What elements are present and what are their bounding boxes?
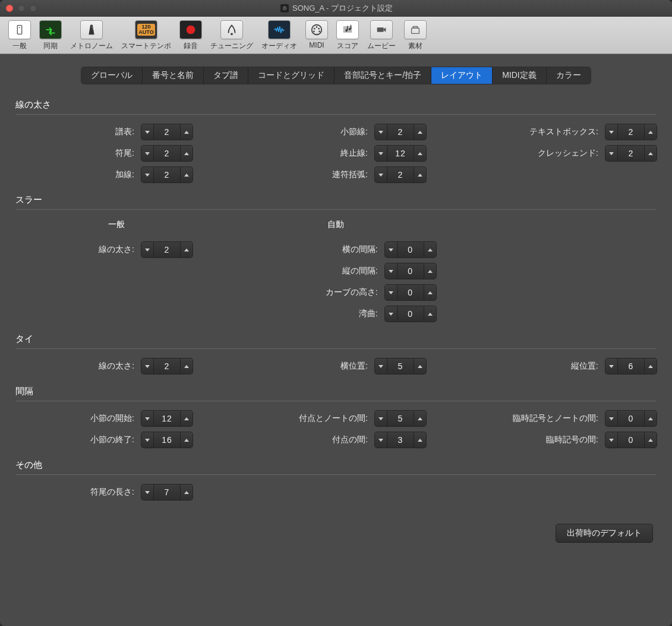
chevron-down-icon[interactable] (375, 146, 387, 161)
chevron-up-icon[interactable] (645, 124, 657, 140)
chevron-down-icon[interactable] (605, 146, 617, 161)
toolbar-smart-tempo[interactable]: 120AUTO スマートテンポ (118, 20, 175, 51)
tab-global[interactable]: グローバル (81, 67, 143, 84)
slur-curve-value[interactable]: 0 (397, 285, 424, 300)
chevron-down-icon[interactable] (605, 124, 617, 140)
toolbar-movie[interactable]: ムービー (364, 20, 399, 51)
tab-color[interactable]: カラー (547, 67, 591, 84)
tab-layout[interactable]: レイアウト (431, 67, 493, 84)
chevron-up-icon[interactable] (414, 124, 426, 140)
toolbar-sync[interactable]: 同期 (36, 20, 65, 51)
tab-clefs[interactable]: 音部記号とキー/拍子 (335, 67, 431, 84)
barline-stepper[interactable]: 2 (375, 124, 426, 140)
chevron-up-icon[interactable] (181, 358, 193, 374)
slur-bend-stepper[interactable]: 0 (385, 306, 436, 322)
chevron-down-icon[interactable] (141, 485, 153, 500)
finalbar-value[interactable]: 12 (387, 146, 414, 161)
accnote-stepper[interactable]: 0 (605, 411, 657, 426)
dotspace-value[interactable]: 3 (387, 432, 414, 448)
slur-thickness-value[interactable]: 2 (153, 242, 181, 257)
stemlength-value[interactable]: 7 (153, 485, 181, 500)
barstart-stepper[interactable]: 12 (141, 411, 193, 426)
slur-hspace-value[interactable]: 0 (397, 242, 424, 257)
tab-numbers-names[interactable]: 番号と名前 (143, 67, 204, 84)
chevron-down-icon[interactable] (385, 285, 397, 300)
toolbar-metronome[interactable]: メトロノーム (67, 20, 116, 51)
chevron-up-icon[interactable] (181, 485, 193, 500)
chevron-down-icon[interactable] (375, 358, 387, 374)
barend-value[interactable]: 16 (153, 432, 181, 448)
toolbar-record[interactable]: 録音 (176, 20, 206, 51)
stemlength-stepper[interactable]: 7 (141, 485, 193, 500)
chevron-up-icon[interactable] (424, 263, 436, 279)
chevron-down-icon[interactable] (385, 263, 397, 279)
toolbar-score[interactable]: スコア (333, 20, 362, 51)
chevron-down-icon[interactable] (385, 306, 397, 322)
barend-stepper[interactable]: 16 (141, 432, 193, 448)
tie-hpos-stepper[interactable]: 5 (375, 358, 426, 374)
tie-thickness-value[interactable]: 2 (153, 358, 181, 374)
crescendo-value[interactable]: 2 (617, 146, 645, 161)
ledger-stepper[interactable]: 2 (141, 167, 193, 183)
chevron-up-icon[interactable] (181, 124, 193, 140)
chevron-down-icon[interactable] (375, 411, 387, 426)
toolbar-assets[interactable]: 素材 (400, 20, 430, 51)
toolbar-audio[interactable]: オーディオ (258, 20, 301, 51)
chevron-up-icon[interactable] (424, 285, 436, 300)
toolbar-midi[interactable]: MIDI (302, 20, 332, 51)
chevron-up-icon[interactable] (645, 432, 657, 448)
slur-vspace-value[interactable]: 0 (397, 263, 424, 279)
chevron-down-icon[interactable] (141, 146, 153, 161)
accspace-stepper[interactable]: 0 (605, 432, 657, 448)
close-window-button[interactable] (6, 5, 13, 12)
chevron-down-icon[interactable] (141, 358, 153, 374)
chevron-down-icon[interactable] (141, 411, 153, 426)
slur-curve-stepper[interactable]: 0 (385, 285, 436, 300)
stem-stepper[interactable]: 2 (141, 146, 193, 161)
chevron-up-icon[interactable] (645, 358, 657, 374)
chevron-down-icon[interactable] (385, 242, 397, 257)
toolbar-general[interactable]: 一般 (5, 20, 34, 51)
barstart-value[interactable]: 12 (153, 411, 181, 426)
dotspace-stepper[interactable]: 3 (375, 432, 426, 448)
chevron-up-icon[interactable] (181, 242, 193, 257)
chevron-down-icon[interactable] (375, 432, 387, 448)
tie-hpos-value[interactable]: 5 (387, 358, 414, 374)
chevron-down-icon[interactable] (141, 242, 153, 257)
tuplet-stepper[interactable]: 2 (375, 167, 426, 183)
staff-value[interactable]: 2 (153, 124, 181, 140)
tab-tablature[interactable]: タブ譜 (204, 67, 248, 84)
accspace-value[interactable]: 0 (617, 432, 645, 448)
minimize-window-button[interactable] (18, 5, 25, 12)
stem-value[interactable]: 2 (153, 146, 181, 161)
chevron-down-icon[interactable] (375, 167, 387, 183)
slur-vspace-stepper[interactable]: 0 (385, 263, 436, 279)
slur-hspace-stepper[interactable]: 0 (385, 242, 436, 257)
finalbar-stepper[interactable]: 12 (375, 146, 426, 161)
tie-vpos-stepper[interactable]: 6 (605, 358, 657, 374)
chevron-down-icon[interactable] (141, 432, 153, 448)
tie-thickness-stepper[interactable]: 2 (141, 358, 193, 374)
ledger-value[interactable]: 2 (153, 167, 181, 183)
factory-defaults-button[interactable]: 出荷時のデフォルト (556, 524, 653, 543)
chevron-up-icon[interactable] (424, 242, 436, 257)
chevron-up-icon[interactable] (181, 411, 193, 426)
chevron-down-icon[interactable] (141, 167, 153, 183)
toolbar-tuning[interactable]: チューニング (207, 20, 257, 51)
tuplet-value[interactable]: 2 (387, 167, 414, 183)
chevron-down-icon[interactable] (375, 124, 387, 140)
chevron-up-icon[interactable] (424, 306, 436, 322)
dotnote-value[interactable]: 5 (387, 411, 414, 426)
staff-stepper[interactable]: 2 (141, 124, 193, 140)
crescendo-stepper[interactable]: 2 (605, 146, 657, 161)
chevron-down-icon[interactable] (605, 358, 617, 374)
chevron-up-icon[interactable] (181, 167, 193, 183)
chevron-up-icon[interactable] (414, 411, 426, 426)
chevron-up-icon[interactable] (645, 411, 657, 426)
tab-chords-grids[interactable]: コードとグリッド (248, 67, 335, 84)
accnote-value[interactable]: 0 (617, 411, 645, 426)
textbox-value[interactable]: 2 (617, 124, 645, 140)
chevron-up-icon[interactable] (645, 146, 657, 161)
chevron-down-icon[interactable] (605, 411, 617, 426)
slur-thickness-stepper[interactable]: 2 (141, 242, 193, 257)
